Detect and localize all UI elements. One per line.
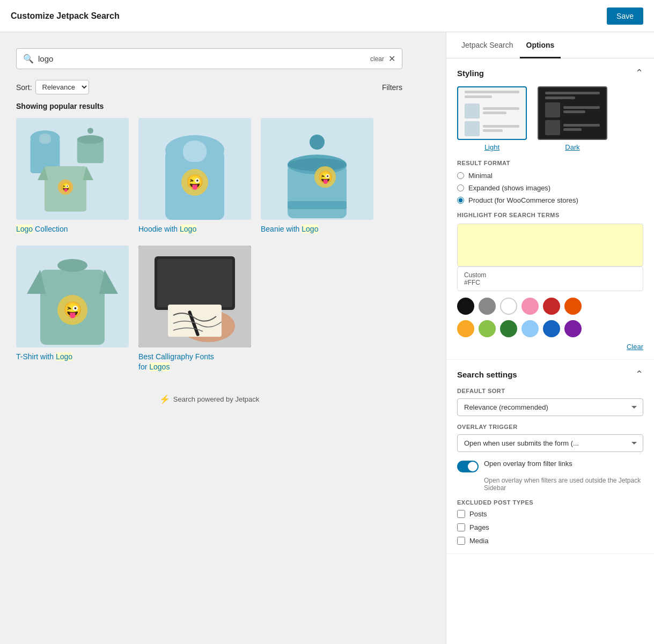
overlay-trigger-label: OVERLAY TRIGGER — [457, 424, 643, 430]
svg-point-7 — [77, 135, 104, 144]
swatch-yellow[interactable] — [457, 320, 474, 337]
sort-label: Sort: — [16, 83, 32, 92]
search-settings-header: Search settings ⌃ — [457, 368, 643, 380]
styling-section-title: Styling — [457, 69, 484, 78]
product-card-5[interactable]: Best Calligraphy Fontsfor Logos — [138, 246, 251, 373]
theme-preview-light — [457, 86, 527, 140]
styling-section-header: Styling ⌃ — [457, 67, 643, 79]
highlight-color-box[interactable] — [457, 224, 643, 267]
default-sort-label: DEFAULT SORT — [457, 388, 643, 394]
product-title-2: Hoodie with Logo — [138, 224, 251, 235]
svg-rect-39 — [157, 259, 232, 307]
svg-rect-18 — [183, 144, 207, 162]
search-settings-section: Search settings ⌃ DEFAULT SORT Relevance… — [446, 360, 654, 554]
product-title-4: T-Shirt with Logo — [16, 352, 129, 362]
product-title-5: Best Calligraphy Fontsfor Logos — [138, 352, 251, 373]
powered-by: ⚡ Search powered by Jetpack — [16, 394, 402, 404]
product-card-3[interactable]: 😜 Beanie with Logo — [261, 118, 373, 235]
swatch-green[interactable] — [500, 320, 517, 337]
swatch-blue[interactable] — [543, 320, 560, 337]
filter-links-label: Open overlay from filter links — [484, 460, 572, 468]
product-image-4: 😜 — [16, 246, 129, 347]
search-settings-title: Search settings — [457, 370, 517, 379]
product-card-1[interactable]: 😜 Logo Collection — [16, 118, 129, 235]
popular-results-label: Showing popular results — [16, 102, 402, 110]
search-icon: 🔍 — [23, 54, 34, 64]
highlight-label: Custom — [464, 271, 636, 279]
radio-expanded[interactable]: Expanded (shows images) — [457, 184, 643, 192]
svg-point-25 — [288, 158, 347, 171]
result-format-title: RESULT FORMAT — [457, 160, 643, 166]
swatch-purple[interactable] — [564, 320, 582, 337]
panel-tabs: Jetpack Search Options — [446, 32, 654, 58]
overlay-trigger-select[interactable]: Open when user submits the form (... — [457, 434, 643, 452]
top-bar: Customize Jetpack Search Save — [0, 0, 654, 32]
product-title-1: Logo Collection — [16, 224, 129, 235]
filter-links-toggle[interactable] — [457, 461, 479, 472]
main-layout: 🔍 clear ✕ Sort: Relevance Filters Showin… — [0, 32, 654, 644]
sort-filter-row: Sort: Relevance Filters — [16, 80, 402, 94]
tab-jetpack-search[interactable]: Jetpack Search — [455, 32, 520, 58]
styling-section: Styling ⌃ — [446, 58, 654, 360]
swatch-white[interactable] — [500, 298, 517, 315]
preview-area: 🔍 clear ✕ Sort: Relevance Filters Showin… — [0, 32, 446, 644]
product-card-2[interactable]: 😜 Hoodie with Logo — [138, 118, 251, 235]
search-input[interactable] — [34, 53, 370, 64]
product-image-1: 😜 — [16, 118, 129, 220]
theme-preview-dark — [538, 86, 607, 140]
svg-point-8 — [87, 128, 93, 134]
theme-card-light[interactable]: Light — [457, 86, 527, 151]
close-search-button[interactable]: ✕ — [388, 54, 395, 64]
color-swatches — [457, 298, 643, 315]
powered-by-text: Search powered by Jetpack — [173, 395, 259, 403]
result-format-group: Minimal Expanded (shows images) Product … — [457, 172, 643, 204]
page-title: Customize Jetpack Search — [11, 11, 120, 21]
svg-text:😜: 😜 — [186, 173, 204, 190]
svg-point-27 — [310, 135, 325, 150]
radio-product[interactable]: Product (for WooCommerce stores) — [457, 196, 643, 204]
filter-links-desc: Open overlay when filters are used outsi… — [484, 477, 643, 492]
product-title-3: Beanie with Logo — [261, 224, 373, 235]
checkbox-pages[interactable]: Pages — [457, 523, 643, 531]
swatch-light-blue[interactable] — [521, 320, 539, 337]
styling-toggle-icon[interactable]: ⌃ — [635, 67, 643, 79]
swatch-orange[interactable] — [564, 298, 582, 315]
swatch-gray[interactable] — [479, 298, 496, 315]
highlight-title: HIGHLIGHT FOR SEARCH TERMS — [457, 212, 643, 218]
highlight-info: Custom #FFC — [457, 267, 643, 291]
jetpack-icon: ⚡ — [159, 394, 170, 404]
checkbox-posts[interactable]: Posts — [457, 510, 643, 518]
search-settings-toggle-icon[interactable]: ⌃ — [635, 368, 643, 380]
svg-rect-42 — [168, 305, 222, 337]
sort-select[interactable]: Relevance — [35, 80, 89, 94]
tab-options[interactable]: Options — [520, 32, 561, 58]
product-image-2: 😜 — [138, 118, 251, 220]
svg-rect-4 — [39, 135, 51, 144]
product-grid-row2: 😜 T-Shirt with Logo — [16, 246, 402, 373]
save-button[interactable]: Save — [607, 8, 643, 25]
product-grid-row1: 😜 Logo Collection — [16, 118, 402, 235]
clear-color-button[interactable]: Clear — [457, 343, 643, 351]
search-bar: 🔍 clear ✕ — [16, 48, 402, 69]
clear-search-button[interactable]: clear — [370, 55, 384, 63]
highlight-hex: #FFC — [464, 279, 636, 286]
svg-point-34 — [57, 259, 87, 272]
swatch-pink[interactable] — [521, 298, 539, 315]
product-image-3: 😜 — [261, 118, 373, 220]
excluded-post-types-label: Excluded post types — [457, 499, 643, 506]
svg-text:😜: 😜 — [63, 301, 82, 319]
swatch-black[interactable] — [457, 298, 474, 315]
theme-options: Light — [457, 86, 643, 151]
swatch-red[interactable] — [543, 298, 560, 315]
product-card-4[interactable]: 😜 T-Shirt with Logo — [16, 246, 129, 373]
theme-label-dark[interactable]: Dark — [565, 143, 579, 151]
sort-container: Sort: Relevance — [16, 80, 89, 94]
theme-card-dark[interactable]: Dark — [538, 86, 607, 151]
default-sort-select[interactable]: Relevance (recommended) Newest Oldest — [457, 398, 643, 416]
theme-label-light[interactable]: Light — [484, 143, 499, 151]
checkbox-media[interactable]: Media — [457, 537, 643, 545]
filters-button[interactable]: Filters — [382, 83, 402, 92]
swatch-light-green[interactable] — [479, 320, 496, 337]
radio-minimal[interactable]: Minimal — [457, 172, 643, 180]
right-panel: Jetpack Search Options Styling ⌃ — [446, 32, 654, 644]
